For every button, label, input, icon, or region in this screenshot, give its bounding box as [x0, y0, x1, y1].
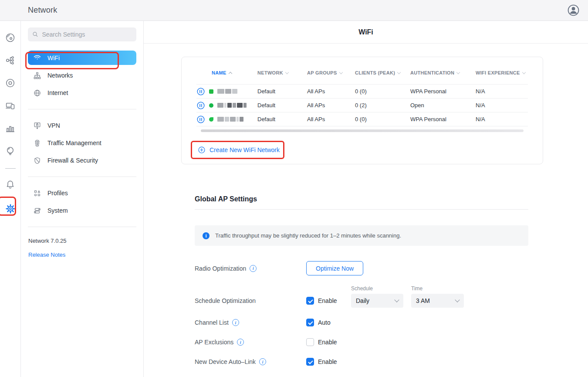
sidebar-item-label: VPN — [47, 122, 60, 129]
sidebar-item-label: System — [47, 207, 68, 214]
info-icon[interactable]: i — [259, 358, 266, 365]
column-header-name[interactable]: NAME — [196, 70, 257, 75]
checkbox-label: Enable — [318, 339, 337, 346]
time-dropdown[interactable]: 3 AM — [411, 294, 464, 308]
pause-broadcast-button[interactable] — [196, 87, 205, 96]
schedule-optimization-row: Schedule Optimization Enable Schedule Da… — [195, 285, 528, 308]
setting-label: Radio Optimization — [195, 265, 246, 272]
info-icon[interactable]: i — [250, 265, 257, 272]
notifications-icon[interactable] — [2, 176, 19, 193]
checkbox-label: Enable — [318, 358, 337, 365]
app-version: Network 7.0.25 — [28, 238, 136, 244]
sidebar-item-profiles[interactable]: Profiles — [28, 184, 136, 202]
table-row[interactable]: Default All APs 0 (2) Open N/A — [196, 98, 528, 112]
sidebar-item-system[interactable]: System — [28, 202, 136, 219]
globe-icon — [33, 89, 41, 97]
section-divider — [195, 209, 528, 210]
info-filled-icon: i — [203, 232, 210, 239]
cell-wifi-experience: N/A — [476, 88, 528, 95]
pause-broadcast-button[interactable] — [196, 101, 205, 110]
shield-icon — [33, 156, 41, 165]
create-new-wifi-network-link[interactable]: Create New WiFi Network — [198, 146, 280, 154]
sidebar-divider — [28, 227, 136, 227]
settings-gear-icon[interactable] — [2, 200, 19, 217]
optimize-now-button[interactable]: Optimize Now — [306, 261, 363, 275]
unifi-devices-icon[interactable] — [2, 74, 19, 92]
search-settings-box[interactable] — [28, 27, 136, 41]
sidebar-item-traffic-management[interactable]: Traffic Management — [28, 134, 136, 152]
info-icon[interactable]: i — [232, 319, 239, 326]
page-title: WiFi — [358, 28, 373, 36]
release-notes-link[interactable]: Release Notes — [28, 251, 136, 258]
auto-link-enable-checkbox[interactable] — [306, 358, 314, 366]
sidebar-item-networks[interactable]: Networks — [28, 67, 136, 84]
cell-wifi-experience: N/A — [476, 102, 528, 109]
clients-icon[interactable] — [2, 97, 19, 114]
sidebar-item-label: Firewall & Security — [47, 157, 98, 164]
app-title: Network — [28, 6, 57, 15]
main-content: WiFi NAME NETWORK AP GROUPS CLIENTS (PEA… — [144, 21, 588, 377]
top-bar: Network — [0, 0, 588, 21]
column-header-authentication[interactable]: AUTHENTICATION — [410, 70, 476, 75]
cell-clients-peak: 0 (2) — [355, 102, 410, 109]
plus-circle-icon — [198, 146, 206, 154]
chevron-down-icon — [456, 70, 460, 74]
banner-text: Traffic throughput may be slightly reduc… — [215, 232, 401, 239]
topology-icon[interactable] — [2, 51, 19, 69]
info-icon[interactable]: i — [237, 339, 244, 346]
search-input[interactable] — [42, 31, 132, 38]
pause-broadcast-button[interactable] — [196, 115, 205, 124]
sort-asc-icon — [228, 71, 232, 75]
cell-authentication: WPA Personal — [410, 88, 476, 95]
dashboard-icon[interactable] — [2, 29, 19, 46]
cell-network: Default — [257, 102, 307, 109]
column-header-network[interactable]: NETWORK — [257, 70, 307, 75]
checkbox-label: Enable — [318, 297, 337, 304]
schedule-enable-checkbox[interactable] — [306, 297, 314, 305]
wifi-networks-card: NAME NETWORK AP GROUPS CLIENTS (PEAK) AU… — [181, 57, 543, 164]
annotation-box-create-link: Create New WiFi Network — [191, 141, 284, 159]
traffic-light-icon — [33, 139, 41, 147]
insights-icon[interactable] — [2, 142, 19, 160]
sidebar-item-label: Profiles — [47, 190, 68, 197]
profiles-icon — [33, 189, 41, 197]
redacted-ssid-name — [217, 117, 243, 122]
ssid-status-icon — [209, 89, 213, 94]
sidebar-item-label: Traffic Management — [47, 139, 101, 146]
channel-list-auto-checkbox[interactable] — [306, 319, 314, 326]
vpn-icon — [33, 122, 41, 130]
horizontal-scrollbar[interactable] — [201, 129, 524, 132]
statistics-icon[interactable] — [2, 119, 19, 137]
cell-ap-groups: All APs — [307, 102, 355, 109]
schedule-dropdown[interactable]: Daily — [351, 294, 403, 308]
column-header-clients-peak[interactable]: CLIENTS (PEAK) — [355, 70, 410, 75]
sidebar-item-firewall-security[interactable]: Firewall & Security — [28, 152, 136, 169]
chevron-down-icon — [394, 297, 399, 302]
system-icon — [33, 207, 41, 215]
setting-label: New Device Auto–Link — [195, 358, 256, 365]
wifi-icon — [33, 54, 41, 62]
user-avatar-button[interactable] — [567, 3, 580, 17]
sidebar-item-internet[interactable]: Internet — [28, 84, 136, 102]
column-header-wifi-experience[interactable]: WIFI EXPERIENCE — [476, 70, 528, 75]
table-row[interactable]: Default All APs 0 (0) WPA Personal N/A — [196, 84, 528, 98]
icon-rail — [0, 21, 21, 377]
cell-ap-groups: All APs — [307, 116, 355, 122]
cell-network: Default — [257, 116, 307, 122]
sidebar-divider — [28, 177, 136, 177]
channel-list-row: Channel List i Auto — [195, 318, 528, 327]
ap-exclusions-row: AP Exclusions i Enable — [195, 338, 528, 346]
column-header-ap-groups[interactable]: AP GROUPS — [307, 70, 355, 75]
ap-exclusions-enable-checkbox[interactable] — [306, 338, 314, 346]
sidebar-item-wifi[interactable]: WiFi — [28, 51, 136, 65]
dropdown-label: Schedule — [351, 285, 403, 292]
sidebar-divider — [28, 109, 136, 109]
chevron-down-icon — [455, 297, 460, 302]
ssid-status-icon — [209, 117, 213, 122]
cell-authentication: WPA Personal — [410, 116, 476, 122]
redacted-ssid-name — [217, 89, 237, 94]
info-banner: i Traffic throughput may be slightly red… — [195, 225, 528, 246]
table-row[interactable]: Default All APs 0 (0) WPA Personal N/A — [196, 112, 528, 126]
redacted-ssid-name — [217, 103, 247, 108]
sidebar-item-vpn[interactable]: VPN — [28, 117, 136, 134]
